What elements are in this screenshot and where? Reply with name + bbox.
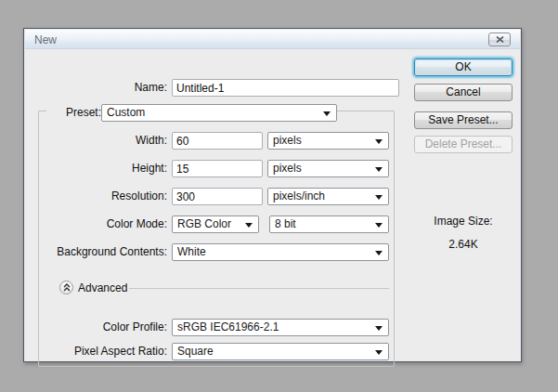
preset-select[interactable]: Custom <box>101 104 337 122</box>
dropdown-arrow-icon <box>375 195 383 200</box>
pixel-aspect-ratio-select[interactable]: Square <box>172 343 389 360</box>
resolution-label: Resolution: <box>25 188 167 204</box>
dropdown-arrow-icon <box>375 139 383 144</box>
dropdown-arrow-icon <box>375 223 383 228</box>
dialog-title: New <box>34 33 57 46</box>
height-unit-value: pixels <box>273 162 302 175</box>
pixel-aspect-ratio-value: Square <box>177 345 214 358</box>
pixel-aspect-ratio-label: Pixel Aspect Ratio: <box>25 343 167 359</box>
height-input[interactable] <box>172 160 263 177</box>
new-document-dialog: New Name: Preset: Custom Width: pixels H… <box>23 28 522 362</box>
resolution-unit-value: pixels/inch <box>273 189 325 203</box>
background-contents-label: Background Contents: <box>25 243 167 260</box>
dropdown-arrow-icon <box>375 167 383 172</box>
save-preset-button[interactable]: Save Preset... <box>414 111 513 129</box>
height-label: Height: <box>25 160 167 176</box>
resolution-unit-select[interactable]: pixels/inch <box>267 188 389 205</box>
bit-depth-select[interactable]: 8 bit <box>269 216 389 233</box>
chevron-double-up-icon <box>63 283 71 292</box>
dropdown-arrow-icon <box>375 350 383 355</box>
advanced-section-label[interactable]: Advanced <box>78 280 134 296</box>
height-unit-select[interactable]: pixels <box>267 160 389 177</box>
color-mode-select[interactable]: RGB Color <box>172 216 259 233</box>
cancel-button[interactable]: Cancel <box>414 84 513 101</box>
width-label: Width: <box>25 132 167 149</box>
advanced-collapse-button[interactable] <box>59 281 73 294</box>
width-input[interactable] <box>172 132 263 150</box>
dropdown-arrow-icon <box>375 326 383 331</box>
dropdown-arrow-icon <box>323 111 331 116</box>
close-icon <box>496 36 504 43</box>
advanced-divider <box>129 288 389 289</box>
name-field-label: Name: <box>25 79 167 96</box>
color-profile-label: Color Profile: <box>25 319 167 335</box>
color-profile-select[interactable]: sRGB IEC61966-2.1 <box>172 319 389 336</box>
title-bar[interactable]: New <box>25 30 520 49</box>
color-mode-label: Color Mode: <box>25 216 167 232</box>
color-mode-value: RGB Color <box>177 217 231 230</box>
close-button[interactable] <box>488 33 511 46</box>
width-unit-select[interactable]: pixels <box>267 132 389 150</box>
background-contents-value: White <box>177 245 206 258</box>
dialog-body: Name: Preset: Custom Width: pixels Heigh… <box>25 49 520 360</box>
name-input[interactable] <box>172 79 399 97</box>
width-unit-value: pixels <box>273 134 302 147</box>
image-size-value: 2.64K <box>414 238 513 251</box>
resolution-input[interactable] <box>172 188 263 205</box>
bit-depth-value: 8 bit <box>275 217 296 230</box>
dropdown-arrow-icon <box>375 251 383 255</box>
background-contents-select[interactable]: White <box>172 243 389 261</box>
preset-label: Preset: <box>46 104 101 121</box>
dropdown-arrow-icon <box>245 223 253 228</box>
ok-button[interactable]: OK <box>414 59 513 76</box>
image-size-label: Image Size: <box>414 215 513 228</box>
delete-preset-button: Delete Preset... <box>414 136 513 153</box>
color-profile-value: sRGB IEC61966-2.1 <box>177 320 279 333</box>
preset-selected-value: Custom <box>107 106 145 119</box>
